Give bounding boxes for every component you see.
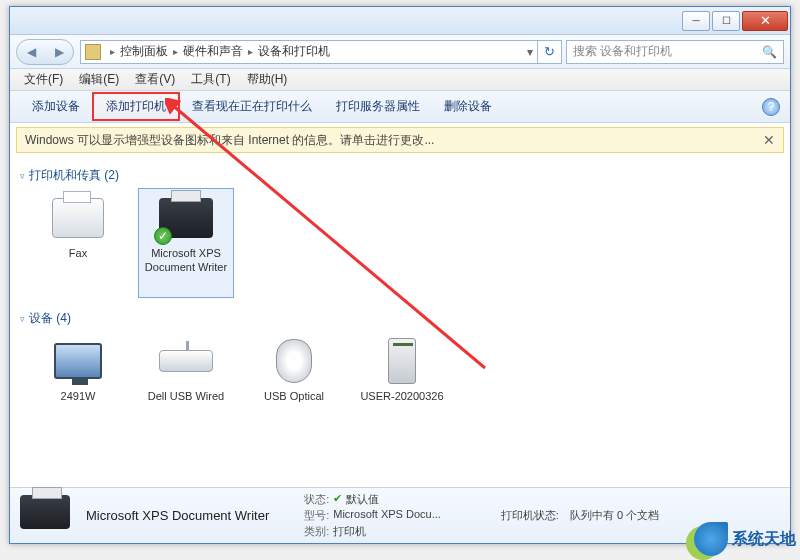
search-input[interactable]: 搜索 设备和打印机 🔍 [566,40,784,64]
print-server-props-button[interactable]: 打印服务器属性 [324,94,432,119]
search-icon: 🔍 [762,45,777,59]
chevron-right-icon: ▸ [248,46,253,57]
watermark-icon [694,522,728,556]
details-model-label: 型号: [293,508,329,523]
info-bar-text: Windows 可以显示增强型设备图标和来自 Internet 的信息。请单击进… [25,132,434,149]
view-printing-button[interactable]: 查看现在正在打印什么 [180,94,324,119]
content-area: ▿ 打印机和传真 (2) Fax ✓ Microsoft XPS Documen… [10,153,790,503]
group-header-printers[interactable]: ▿ 打印机和传真 (2) [20,167,780,184]
details-queue-value: 队列中有 0 个文档 [570,508,659,523]
help-icon[interactable]: ? [762,98,780,116]
watermark: 系统天地 [694,522,796,556]
menu-edit[interactable]: 编辑(E) [71,71,127,88]
chevron-right-icon: ▸ [110,46,115,57]
item-label: 2491W [61,390,96,404]
keyboard-icon [159,350,213,372]
item-label: USER-20200326 [360,390,443,404]
add-device-button[interactable]: 添加设备 [20,94,92,119]
item-label: Microsoft XPS Document Writer [139,247,233,275]
back-icon[interactable]: ◀ [27,45,36,59]
device-item-monitor[interactable]: 2491W [30,331,126,429]
menu-view[interactable]: 查看(V) [127,71,183,88]
printers-list: Fax ✓ Microsoft XPS Document Writer [20,188,780,298]
close-button[interactable]: ✕ [742,11,788,31]
device-item-xps[interactable]: ✓ Microsoft XPS Document Writer [138,188,234,298]
remove-device-button[interactable]: 删除设备 [432,94,504,119]
monitor-icon [54,343,102,379]
details-category-value: 打印机 [333,524,366,539]
group-header-devices[interactable]: ▿ 设备 (4) [20,310,780,327]
group-title: 设备 (4) [29,310,71,327]
details-model-value: Microsoft XPS Docu... [333,508,441,523]
address-bar[interactable]: ▸ 控制面板 ▸ 硬件和声音 ▸ 设备和打印机 ▾ [80,40,538,64]
details-queue-label: 打印机状态: [501,508,559,523]
search-placeholder: 搜索 设备和打印机 [573,43,672,60]
window-titlebar: ─ ☐ ✕ [10,7,790,35]
collapse-icon: ▿ [20,314,25,324]
default-check-icon: ✓ [154,227,172,245]
item-label: Dell USB Wired [148,390,224,404]
watermark-text: 系统天地 [732,529,796,550]
info-bar[interactable]: Windows 可以显示增强型设备图标和来自 Internet 的信息。请单击进… [16,127,784,153]
minimize-button[interactable]: ─ [682,11,710,31]
devices-list: 2491W Dell USB Wired USB Optical USER-20… [20,331,780,429]
device-item-mouse[interactable]: USB Optical [246,331,342,429]
breadcrumb-item[interactable]: 设备和打印机 [258,43,330,60]
details-category-label: 类别: [293,524,329,539]
device-item-fax[interactable]: Fax [30,188,126,298]
add-printer-button[interactable]: 添加打印机 [92,92,180,121]
control-panel-window: ─ ☐ ✕ ◀ ▶ ▸ 控制面板 ▸ 硬件和声音 ▸ 设备和打印机 ▾ ↻ 搜索… [9,6,791,544]
toolbar: 添加设备 添加打印机 查看现在正在打印什么 打印服务器属性 删除设备 ? [10,91,790,123]
mouse-icon [276,339,312,383]
details-thumb [20,495,76,537]
forward-icon[interactable]: ▶ [55,45,64,59]
chevron-right-icon: ▸ [173,46,178,57]
item-label: Fax [69,247,87,261]
check-icon: ✔ [333,492,342,507]
breadcrumb-item[interactable]: 硬件和声音 [183,43,243,60]
menu-tools[interactable]: 工具(T) [183,71,238,88]
details-status-label: 状态: [293,492,329,507]
device-item-keyboard[interactable]: Dell USB Wired [138,331,234,429]
menu-bar: 文件(F) 编辑(E) 查看(V) 工具(T) 帮助(H) [10,69,790,91]
dropdown-icon[interactable]: ▾ [527,45,533,59]
fax-icon [52,198,104,238]
breadcrumb-item[interactable]: 控制面板 [120,43,168,60]
computer-icon [388,338,416,384]
folder-icon [85,44,101,60]
refresh-button[interactable]: ↻ [538,40,562,64]
nav-bar: ◀ ▶ ▸ 控制面板 ▸ 硬件和声音 ▸ 设备和打印机 ▾ ↻ 搜索 设备和打印… [10,35,790,69]
group-title: 打印机和传真 (2) [29,167,119,184]
printer-icon [20,495,70,529]
item-label: USB Optical [264,390,324,404]
close-icon[interactable]: ✕ [763,132,775,148]
device-item-computer[interactable]: USER-20200326 [354,331,450,429]
nav-back-forward[interactable]: ◀ ▶ [16,39,74,65]
menu-file[interactable]: 文件(F) [16,71,71,88]
details-pane: Microsoft XPS Document Writer 状态: ✔ 默认值 … [10,487,790,543]
details-status-value: 默认值 [346,492,379,507]
collapse-icon: ▿ [20,171,25,181]
maximize-button[interactable]: ☐ [712,11,740,31]
details-name: Microsoft XPS Document Writer [86,508,269,523]
menu-help[interactable]: 帮助(H) [239,71,296,88]
